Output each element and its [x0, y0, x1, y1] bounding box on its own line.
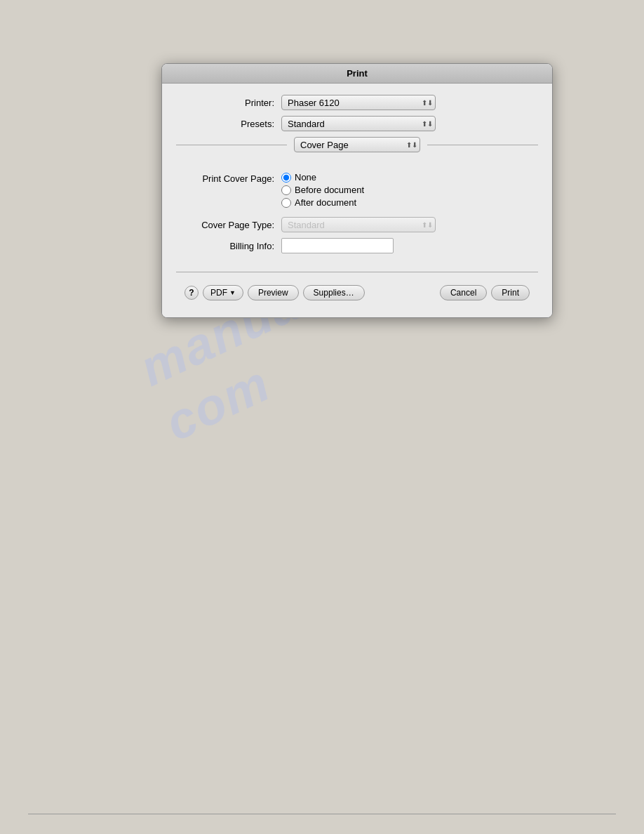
- cancel-button[interactable]: Cancel: [440, 285, 487, 300]
- radio-none[interactable]: None: [281, 172, 364, 183]
- radio-after[interactable]: After document: [281, 197, 364, 208]
- cover-page-type-select[interactable]: Standard: [281, 217, 436, 232]
- radio-none-input[interactable]: [281, 173, 291, 183]
- section-select[interactable]: Cover Page: [294, 137, 420, 152]
- printer-label: Printer:: [176, 98, 274, 108]
- printer-select-wrapper: Phaser 6120 ⬆⬇: [281, 95, 436, 110]
- presets-label: Presets:: [176, 119, 274, 129]
- cover-page-section: Print Cover Page: None Before document A…: [176, 158, 538, 265]
- billing-info-input[interactable]: [281, 238, 394, 253]
- pdf-label: PDF: [210, 288, 227, 298]
- cover-page-radio-group: None Before document After document: [281, 172, 364, 210]
- supplies-button[interactable]: Supplies…: [303, 285, 365, 300]
- print-cover-page-label: Print Cover Page:: [176, 172, 274, 184]
- dialog-title: Print: [347, 68, 368, 79]
- cover-page-type-select-wrapper: Standard ⬆⬇: [281, 217, 436, 232]
- presets-select[interactable]: Standard: [281, 116, 436, 131]
- radio-after-label: After document: [295, 197, 356, 208]
- radio-before-label: Before document: [295, 185, 364, 195]
- dialog-titlebar: Print: [162, 64, 552, 84]
- section-dropdown-row: Cover Page ⬆⬇: [176, 137, 538, 152]
- section-select-wrapper: Cover Page ⬆⬇: [294, 137, 420, 152]
- presets-row: Presets: Standard ⬆⬇: [176, 116, 538, 131]
- dialog-separator: [176, 272, 538, 272]
- radio-none-label: None: [295, 172, 316, 183]
- billing-info-row: Billing Info:: [176, 238, 538, 253]
- print-dialog: Print Printer: Phaser 6120 ⬆⬇ Presets: S…: [161, 63, 553, 318]
- pdf-arrow-icon: ▼: [229, 289, 236, 296]
- presets-select-wrapper: Standard ⬆⬇: [281, 116, 436, 131]
- footer-right: Cancel Print: [440, 285, 530, 300]
- dialog-footer: ? PDF ▼ Preview Supplies… Cancel Print: [176, 279, 538, 307]
- printer-select[interactable]: Phaser 6120: [281, 95, 436, 110]
- radio-after-input[interactable]: [281, 198, 291, 208]
- radio-before[interactable]: Before document: [281, 185, 364, 195]
- dialog-body: Printer: Phaser 6120 ⬆⬇ Presets: Standar…: [162, 84, 552, 317]
- printer-row: Printer: Phaser 6120 ⬆⬇: [176, 95, 538, 110]
- cover-page-type-row: Cover Page Type: Standard ⬆⬇: [176, 217, 538, 232]
- section-line-right: [427, 145, 538, 145]
- help-button[interactable]: ?: [185, 286, 199, 300]
- bottom-line: [28, 814, 616, 814]
- print-cover-page-row: Print Cover Page: None Before document A…: [176, 172, 538, 210]
- preview-button[interactable]: Preview: [248, 285, 299, 300]
- cover-page-type-label: Cover Page Type:: [176, 220, 274, 230]
- section-line-left: [176, 145, 287, 145]
- radio-before-input[interactable]: [281, 185, 291, 195]
- footer-left: ? PDF ▼ Preview Supplies…: [185, 285, 436, 300]
- pdf-button[interactable]: PDF ▼: [203, 285, 243, 300]
- billing-info-label: Billing Info:: [176, 241, 274, 251]
- print-button[interactable]: Print: [491, 285, 530, 300]
